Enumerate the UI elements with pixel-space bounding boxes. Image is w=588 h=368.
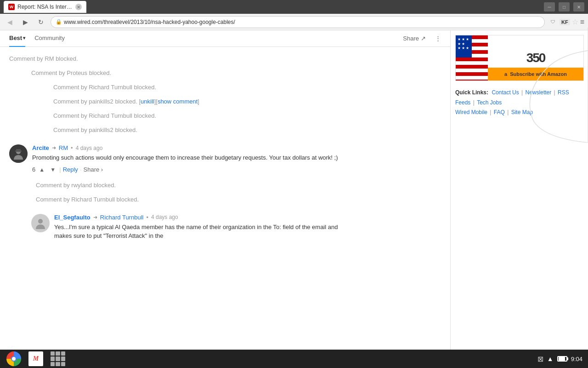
address-bar[interactable]: 🔒 www.wired.com/threatlevel/2013/10/nsa-… (51, 16, 545, 28)
gmail-app-icon[interactable]: M (28, 351, 44, 367)
kf-extension-icon[interactable]: 🛡 (548, 17, 558, 27)
quick-link-contact[interactable]: Contact Us (492, 89, 519, 96)
quick-link-newsletter[interactable]: Newsletter (526, 89, 552, 96)
wifi-icon: ▲ (547, 355, 554, 362)
taskbar-status-icons: ⊠ ▲ 9:04 (537, 355, 582, 363)
chrome-menu-icon[interactable]: ≡ (580, 18, 584, 26)
browser-window: W Report: NSA Is Intercepti... ✕ ─ □ ✕ ◀… (0, 0, 588, 368)
best-chevron-icon: ▾ (23, 35, 25, 40)
svg-point-3 (38, 219, 43, 224)
url-text: www.wired.com/threatlevel/2013/10/nsa-ha… (64, 19, 235, 25)
comment-arcite: Arcite ➜ RM • 4 days ago Promoting such … (9, 141, 354, 178)
battery-fill (559, 357, 565, 361)
arcite-comment-text: Promoting such actions would only encour… (32, 153, 354, 162)
main-content: Best ▾ Community Share ↗ ⋮ Comment by RM… (0, 30, 450, 350)
quick-link-faq[interactable]: FAQ (494, 109, 505, 115)
tab-community[interactable]: Community (34, 30, 65, 47)
back-button[interactable]: ◀ (4, 16, 16, 28)
window-controls: ─ □ ✕ (544, 2, 584, 12)
tab-best[interactable]: Best ▾ (9, 30, 25, 47)
extension-icons: 🛡 KF ☆ ≡ (548, 17, 584, 27)
apps-grid-icon (51, 351, 65, 366)
show-comment-link[interactable]: show comment (158, 98, 198, 105)
kf-badge[interactable]: KF (560, 19, 570, 25)
svg-rect-2 (16, 149, 21, 151)
maximize-button[interactable]: □ (559, 2, 570, 12)
el-segfaulto-comment-body: El_Segfaulto ➜ Richard Turnbull • 4 days… (54, 214, 354, 243)
comment-el-segfaulto: El_Segfaulto ➜ Richard Turnbull • 4 days… (9, 210, 354, 247)
tab-favicon: W (8, 4, 15, 10)
el-segfaulto-header: El_Segfaulto ➜ Richard Turnbull • 4 days… (54, 214, 354, 221)
sidebar-ad: ★ ★ ★★ ★★ ★ ★ 350 a Subscribe with Amazo… (455, 35, 584, 81)
page-content: Best ▾ Community Share ↗ ⋮ Comment by RM… (0, 30, 588, 350)
more-options-button[interactable]: ⋮ (435, 35, 441, 42)
bookmark-star-icon[interactable]: ☆ (572, 17, 578, 26)
lock-icon: 🔒 (56, 19, 62, 25)
comments-area: Comment by RM blocked. Comment by Proteu… (0, 47, 363, 252)
arcite-comment-time: 4 days ago (76, 145, 103, 151)
nav-bar: ◀ ▶ ↻ 🔒 www.wired.com/threatlevel/2013/1… (0, 14, 588, 30)
blocked-comment-painkills: Comment by painkills2 blocked. [unkill][… (53, 94, 354, 109)
quick-links-label: Quick Links: (455, 89, 488, 96)
quick-links: Quick Links: Contact Us | Newsletter | R… (455, 88, 583, 118)
reply-arrow-icon: ➜ (52, 145, 56, 151)
quick-link-wiredmobile[interactable]: Wired Mobile (455, 109, 487, 115)
chrome-browser-icon (6, 351, 21, 366)
arcite-comment-actions: 6 ▲ ▼ | Reply · Share › (32, 165, 354, 174)
blocked-comment-rt1: Comment by Richard Turnbull blocked. (53, 80, 354, 94)
battery-tip (567, 357, 568, 360)
comment-tabs: Best ▾ Community Share ↗ ⋮ (0, 30, 450, 47)
arcite-author-link[interactable]: Arcite (32, 144, 49, 151)
el-reply-to-link[interactable]: Richard Turnbull (100, 214, 144, 221)
forward-button[interactable]: ▶ (19, 16, 31, 28)
blocked-comment-rt2: Comment by Richard Turnbull blocked. (53, 109, 354, 123)
quick-link-techjobs[interactable]: Tech Jobs (477, 99, 502, 106)
blocked-comment-rt3: Comment by Richard Turnbull blocked. (9, 192, 354, 207)
browser-tab[interactable]: W Report: NSA Is Intercepti... ✕ (4, 1, 86, 13)
el-comment-time: 4 days ago (151, 214, 178, 220)
reply-link[interactable]: Reply (63, 166, 78, 173)
arcite-reply-to-link[interactable]: RM (59, 144, 68, 151)
minimize-button[interactable]: ─ (544, 2, 555, 12)
unkill-link[interactable]: unkill (141, 98, 154, 105)
el-segfaulto-avatar (31, 214, 50, 232)
arcite-comment-header: Arcite ➜ RM • 4 days ago (32, 144, 354, 151)
vote-up-button[interactable]: ▲ (37, 165, 46, 174)
arcite-vote-count: 6 (32, 166, 35, 173)
blocked-comment-rwyland: Comment by rwyland blocked. (9, 178, 354, 192)
vote-down-button[interactable]: ▼ (48, 165, 57, 174)
battery-indicator (557, 356, 567, 362)
sidebar: ★ ★ ★★ ★★ ★ ★ 350 a Subscribe with Amazo… (450, 30, 588, 350)
taskbar: M ⊠ ▲ 9:04 (0, 350, 588, 368)
tab-title: Report: NSA Is Intercepti... (17, 4, 73, 10)
title-bar: W Report: NSA Is Intercepti... ✕ ─ □ ✕ (0, 0, 588, 14)
el-reply-arrow-icon: ➜ (93, 214, 97, 220)
arcite-avatar (9, 144, 28, 163)
apps-launcher-icon[interactable] (50, 351, 66, 367)
network-icon: ⊠ (537, 355, 543, 363)
el-segfaulto-author-link[interactable]: El_Segfaulto (54, 214, 90, 221)
amazon-subscribe-text[interactable]: Subscribe with Amazon (510, 71, 567, 77)
share-button[interactable]: Share ↗ (403, 35, 426, 42)
share-link[interactable]: Share › (84, 166, 103, 173)
reload-button[interactable]: ↻ (35, 16, 47, 28)
close-button[interactable]: ✕ (573, 2, 584, 12)
blocked-comment-rm: Comment by RM blocked. (9, 52, 354, 66)
tab-close-button[interactable]: ✕ (75, 4, 82, 10)
share-icon: ↗ (421, 35, 426, 42)
gmail-letter-icon: M (28, 351, 43, 366)
chrome-app-icon[interactable] (6, 351, 22, 367)
battery-icon (557, 356, 567, 362)
blocked-comment-painkills2: Comment by painkills2 blocked. (53, 123, 354, 137)
el-comment-text: Yes...I'm sure a typical Al Qaeda member… (54, 223, 354, 241)
quick-link-sitemap[interactable]: Site Map (511, 109, 533, 115)
arcite-comment-body: Arcite ➜ RM • 4 days ago Promoting such … (32, 144, 354, 174)
chrome-center-dot (11, 356, 17, 362)
clock-display: 9:04 (571, 356, 582, 362)
blocked-comment-proteus: Comment by Proteus blocked. (31, 66, 354, 80)
